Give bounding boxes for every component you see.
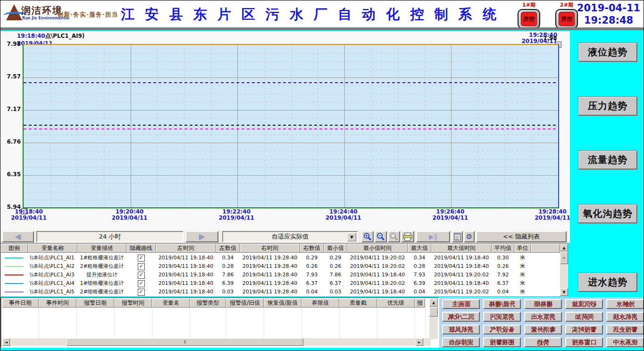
time-span-field[interactable]: 24 小时 bbox=[36, 231, 184, 242]
print-button[interactable] bbox=[401, 231, 414, 242]
scroll-right-button[interactable]: ▶ bbox=[185, 231, 218, 242]
scroll-right-icon[interactable]: ► bbox=[416, 338, 423, 346]
event-header-cell[interactable]: 优先级 bbox=[377, 299, 415, 308]
scroll-left-icon[interactable]: ◄ bbox=[2, 338, 10, 346]
table-cell: 0.04 bbox=[408, 288, 431, 296]
legend-header-cell[interactable]: 单位 bbox=[514, 244, 531, 253]
sidebar-button-2[interactable]: 压力趋势 bbox=[578, 96, 637, 116]
nav-button-2[interactable]: 格栅/提升 bbox=[483, 299, 521, 309]
legend-table: 图例变量名称变量描述隐藏曲线左时间左数值右时间右数值最小值最小值时间最大值最大值… bbox=[0, 243, 568, 296]
pause-resume-button[interactable]: ▶‖ bbox=[416, 231, 450, 242]
legend-header-cell[interactable]: 右数值 bbox=[300, 244, 324, 253]
nav-button-15[interactable]: 历史报警 bbox=[606, 325, 644, 334]
scale-mode-dropdown[interactable]: 自适应实际值 ▼ bbox=[222, 231, 358, 242]
nav-button-20[interactable]: 中水系统 bbox=[606, 337, 644, 347]
nav-button-9[interactable]: 加药间 bbox=[565, 312, 603, 322]
legend-header-cell[interactable]: 右时间 bbox=[240, 244, 300, 253]
plot-area[interactable] bbox=[23, 44, 559, 208]
hide-curve-checkbox[interactable]: ✓ bbox=[138, 272, 145, 279]
legend-header-cell[interactable]: 左时间 bbox=[156, 244, 216, 253]
phase2-screen-button[interactable]: 屏控 bbox=[555, 9, 578, 29]
scroll-up-icon[interactable]: ▲ bbox=[560, 244, 568, 251]
table-row[interactable]: \\本站点\PLC1_AI22#粗格栅液位差计✓2019/04/11 19:18… bbox=[0, 262, 560, 271]
table-cell: 0.30 bbox=[492, 254, 514, 262]
event-header-cell[interactable]: 报警日期 bbox=[76, 299, 114, 308]
nav-button-12[interactable]: 气浮设备 bbox=[483, 325, 521, 334]
legend-header-cell[interactable]: 最小值时间 bbox=[347, 244, 408, 253]
legend-header-cell[interactable] bbox=[531, 244, 560, 253]
sidebar-button-3[interactable]: 流量趋势 bbox=[578, 150, 637, 170]
legend-header-cell[interactable]: 最小值 bbox=[324, 244, 347, 253]
nav-button-13[interactable]: 紫外消毒 bbox=[524, 325, 562, 334]
table-row[interactable]: \\本站点\PLC1_AI41#细格栅液位差计✓2019/04/11 19:18… bbox=[0, 279, 560, 288]
event-header-cell[interactable]: 界限值 bbox=[301, 299, 339, 308]
nav-button-18[interactable]: 趋 势 bbox=[524, 337, 562, 347]
legend-header-cell[interactable]: 左数值 bbox=[216, 244, 240, 253]
event-header-cell[interactable]: 报警类型 bbox=[190, 299, 226, 308]
sidebar-button-1[interactable]: 液位趋势 bbox=[578, 43, 637, 62]
table-row[interactable]: \\本站点\PLC1_AI11#粗格栅液位差计✓2019/04/11 19:18… bbox=[0, 254, 560, 262]
event-header-cell[interactable]: 变量名 bbox=[152, 299, 190, 308]
scroll-left-button[interactable]: ◀ bbox=[2, 231, 34, 242]
scrollbar-thumb[interactable]: ≡ bbox=[560, 252, 568, 264]
scroll-up-icon[interactable]: ▲ bbox=[429, 299, 438, 307]
nav-button-7[interactable]: 污泥泵房 bbox=[483, 312, 521, 322]
settings-button[interactable]: ⚙ bbox=[464, 231, 475, 242]
nav-button-16[interactable]: 自动排泥 bbox=[442, 337, 480, 347]
phase1-screen-button[interactable]: 屏控 bbox=[518, 9, 540, 29]
nav-button-8[interactable]: 出水泵房 bbox=[524, 312, 562, 322]
nav-button-10[interactable]: 脱水机房 bbox=[606, 312, 644, 322]
legend-table-scrollbar[interactable]: ▲ ≡ ▼ bbox=[560, 244, 568, 296]
table-row[interactable]: \\本站点\PLC1_AI52#细格栅液位差计✓2019/04/11 19:18… bbox=[0, 288, 560, 296]
sidebar-button-4[interactable]: 氧化沟趋势 bbox=[578, 204, 637, 223]
event-header-cell[interactable]: 事件时间 bbox=[39, 299, 76, 308]
legend-header-cell[interactable]: 最大值 bbox=[408, 244, 431, 253]
event-column-separator bbox=[415, 308, 415, 339]
scrollbar-thumb[interactable]: ⫴ bbox=[67, 338, 303, 346]
gridline-v-minor bbox=[505, 45, 505, 207]
scrollbar-thumb[interactable] bbox=[429, 307, 438, 317]
event-header-cell[interactable]: 报 bbox=[415, 299, 425, 308]
event-header-cell[interactable]: 事件日期 bbox=[2, 299, 39, 308]
phase2-screen-button-label: 屏控 bbox=[559, 12, 575, 26]
event-table-hscrollbar[interactable]: ◄ ⫴ ► bbox=[2, 338, 431, 346]
nav-button-6[interactable]: 氧化/二沉 bbox=[442, 312, 480, 322]
legend-header-cell[interactable]: 图例 bbox=[0, 244, 28, 253]
sidebar-button-5[interactable]: 进水趋势 bbox=[578, 273, 637, 292]
legend-header-cell[interactable]: 变量名称 bbox=[28, 244, 77, 253]
scale-mode-value: 自适应实际值 bbox=[272, 232, 309, 241]
hide-curve-checkbox[interactable]: ✓ bbox=[138, 263, 145, 270]
zoom-in-button[interactable] bbox=[361, 231, 374, 242]
nav-button-4[interactable]: 旋流沉砂 bbox=[565, 299, 603, 309]
event-table-vscrollbar[interactable]: ▲ bbox=[429, 299, 438, 339]
report-button[interactable] bbox=[452, 231, 463, 242]
nav-button-14[interactable]: 实时报警 bbox=[565, 325, 603, 334]
table-cell: 2019/04/11 19:18:40 bbox=[347, 288, 408, 296]
nav-button-1[interactable]: 主画面 bbox=[442, 299, 480, 309]
legend-header-cell[interactable]: 最大值时间 bbox=[431, 244, 492, 253]
nav-button-3[interactable]: 细格栅 bbox=[524, 299, 562, 309]
event-header-cell[interactable]: 报警值/旧值 bbox=[226, 299, 264, 308]
nav-button-19[interactable]: 报表窗口 bbox=[565, 337, 603, 347]
hide-curve-checkbox[interactable]: ✓ bbox=[138, 255, 145, 262]
event-header-cell[interactable]: 恢复值/新值 bbox=[264, 299, 301, 308]
hide-curve-checkbox[interactable]: ✓ bbox=[138, 280, 145, 287]
chevron-down-icon[interactable]: ▼ bbox=[347, 233, 356, 241]
table-cell: 7.93 bbox=[300, 271, 324, 279]
legend-header-cell[interactable]: 平均值 bbox=[492, 244, 514, 253]
legend-header-cell[interactable]: 变量描述 bbox=[77, 244, 126, 253]
hide-curve-checkbox[interactable]: ✓ bbox=[138, 289, 145, 296]
table-cell: 2019/04/11 19:20:02 bbox=[347, 279, 408, 288]
table-cell: 0.29 bbox=[324, 254, 347, 262]
legend-header-cell[interactable]: 隐藏曲线 bbox=[126, 244, 156, 253]
nav-button-5[interactable]: 水解池 bbox=[606, 299, 644, 309]
nav-button-11[interactable]: 鼓风机房 bbox=[442, 325, 480, 334]
nav-button-17[interactable]: 报警视图 bbox=[483, 337, 521, 347]
event-column-separator bbox=[152, 308, 152, 339]
event-header-cell[interactable]: 质量戳 bbox=[339, 299, 377, 308]
table-row[interactable]: \\本站点\PLC1_AI3提升池液位计✓2019/04/11 19:18:40… bbox=[0, 271, 560, 279]
hide-list-button[interactable]: << 隐藏列表 bbox=[476, 231, 567, 242]
scroll-down-icon[interactable]: ▼ bbox=[560, 288, 568, 296]
zoom-out-button[interactable] bbox=[375, 231, 387, 242]
event-header-cell[interactable]: 报警时间 bbox=[114, 299, 152, 308]
